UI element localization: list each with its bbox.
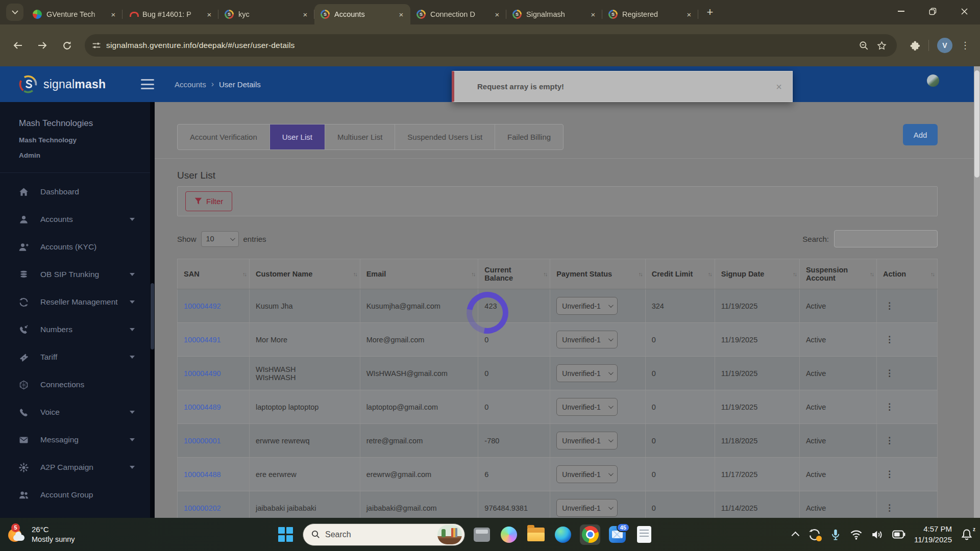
notepad-icon[interactable] [634,524,654,545]
sort-icon[interactable]: ↑↓ [353,271,357,277]
sidebar-item-account-group[interactable]: Account Group [0,481,150,509]
sidebar-item-reseller-management[interactable]: Reseller Management [0,288,150,316]
san-link[interactable]: 100004491 [184,336,221,344]
column-action[interactable]: Action↑↓ [877,259,938,289]
row-actions-icon[interactable]: ⋮ [883,436,894,445]
sidebar-item-ob-sip-trunking[interactable]: OB SIP Trunking [0,261,150,288]
sidebar-item-dashboard[interactable]: Dashboard [0,178,150,206]
tab-multiuser-list[interactable]: Multiuser List [325,124,395,149]
bookmark-star-icon[interactable] [877,41,887,51]
app-logo[interactable]: signalmash [0,74,150,94]
browser-profile-avatar[interactable]: V [937,38,952,53]
row-actions-icon[interactable]: ⋮ [883,469,894,479]
sidebar-item-accounts[interactable]: Accounts [0,206,150,233]
sort-icon[interactable]: ↑↓ [793,271,796,277]
browser-tab-kyc[interactable]: kyc × [218,4,314,24]
san-link[interactable]: 100000001 [184,437,221,445]
payment-status-select[interactable]: Unverified-1 [556,499,618,517]
column-payment-status[interactable]: Payment Status↑↓ [550,259,645,289]
file-explorer-icon[interactable] [526,524,546,545]
wifi-icon[interactable] [850,530,863,540]
sidebar-item-tariff[interactable]: Tariff [0,343,150,371]
sort-icon[interactable]: ↑↓ [471,271,475,277]
url-text[interactable]: signalmash.gventure.info/deepak/#/user/u… [106,41,854,50]
tab-close-icon[interactable]: × [396,9,406,19]
tab-close-icon[interactable]: × [108,9,118,19]
browser-tab-gventure-tech[interactable]: GVenture Tech × [27,4,122,24]
taskbar-clock[interactable]: 4:57 PM 11/19/2025 [914,524,952,545]
row-actions-icon[interactable]: ⋮ [883,402,894,412]
column-san[interactable]: SAN↑↓ [178,259,250,289]
browser-tab-signalmash[interactable]: Signalmash × [506,4,602,24]
microphone-icon[interactable] [830,529,841,541]
reload-button[interactable] [57,36,77,55]
new-tab-button[interactable]: + [702,5,718,20]
sort-icon[interactable]: ↑↓ [708,271,712,277]
filter-button[interactable]: Filter [185,191,232,211]
page-size-select[interactable]: 10 [201,231,239,247]
tab-search-caret-icon[interactable] [6,4,23,21]
notification-bell-icon[interactable]: z [961,528,974,541]
sidebar-scrollbar[interactable] [150,102,155,551]
tab-close-icon[interactable]: × [300,9,310,19]
start-button[interactable] [276,524,296,545]
sort-icon[interactable]: ↑↓ [242,271,246,277]
payment-status-select[interactable]: Unverified-1 [556,331,618,348]
extensions-puzzle-icon[interactable] [910,40,920,51]
breadcrumb-parent[interactable]: Accounts [175,80,206,89]
sidebar-item-connections[interactable]: Connections [0,371,150,398]
header-avatar[interactable] [927,74,939,87]
zoom-search-icon[interactable] [859,41,869,51]
column-current-balance[interactable]: Current Balance↑↓ [478,259,550,289]
sidebar-item-voice[interactable]: Voice [0,398,150,426]
page-scrollbar[interactable] [974,66,980,551]
battery-icon[interactable] [892,530,905,539]
outlook-icon[interactable]: 45 [607,524,627,545]
sidebar-item-accounts-kyc[interactable]: Accounts (KYC) [0,233,150,261]
san-link[interactable]: 100004489 [184,403,221,411]
copilot-icon[interactable] [499,524,519,545]
chrome-icon[interactable] [580,524,600,545]
volume-icon[interactable] [871,530,884,540]
add-button[interactable]: Add [903,124,938,145]
sort-icon[interactable]: ↑↓ [870,271,873,277]
sidebar-toggle-icon[interactable] [141,79,154,89]
row-actions-icon[interactable]: ⋮ [883,335,894,344]
tab-suspended-users-list[interactable]: Suspended Users List [395,124,495,149]
browser-tab-registered[interactable]: Registered × [602,4,698,24]
back-button[interactable] [8,36,28,55]
window-restore-button[interactable] [917,0,948,22]
tab-failed-billing[interactable]: Failed Billing [495,124,563,149]
column-credit-limit[interactable]: Credit Limit↑↓ [645,259,715,289]
site-settings-icon[interactable] [92,41,101,50]
san-link[interactable]: 100004488 [184,470,221,479]
tab-user-list[interactable]: User List [270,124,325,149]
row-actions-icon[interactable]: ⋮ [883,503,894,513]
column-customer-name[interactable]: Customer Name↑↓ [250,259,360,289]
payment-status-select[interactable]: Unverified-1 [556,297,618,315]
payment-status-select[interactable]: Unverified-1 [556,465,618,483]
search-highlight-image[interactable] [437,525,462,544]
sort-icon[interactable]: ↑↓ [639,271,642,277]
browser-tab-connection-d[interactable]: Connection D × [410,4,506,24]
tray-chevron-up-icon[interactable] [792,532,800,540]
san-link[interactable]: 100004490 [184,369,221,378]
taskbar-weather-widget[interactable]: 5 26°C Mostly sunny [0,524,75,545]
sort-icon[interactable]: ↑↓ [930,271,934,277]
tab-close-icon[interactable]: × [492,9,502,19]
payment-status-select[interactable]: Unverified-1 [556,432,618,449]
forward-button[interactable] [33,36,52,55]
tab-close-icon[interactable]: × [684,9,694,19]
window-minimize-button[interactable] [885,0,917,22]
address-bar[interactable]: signalmash.gventure.info/deepak/#/user/u… [85,34,897,57]
tab-close-icon[interactable]: × [204,9,214,19]
sidebar-item-numbers[interactable]: Numbers [0,316,150,343]
toast-close-icon[interactable]: × [776,82,782,92]
row-actions-icon[interactable]: ⋮ [883,368,894,378]
task-view-icon[interactable] [472,524,492,545]
row-actions-icon[interactable]: ⋮ [883,301,894,311]
tab-close-icon[interactable]: × [588,9,598,19]
column-signup-date[interactable]: Signup Date↑↓ [715,259,799,289]
sync-status-icon[interactable] [808,528,821,541]
table-search-input[interactable] [834,230,938,247]
